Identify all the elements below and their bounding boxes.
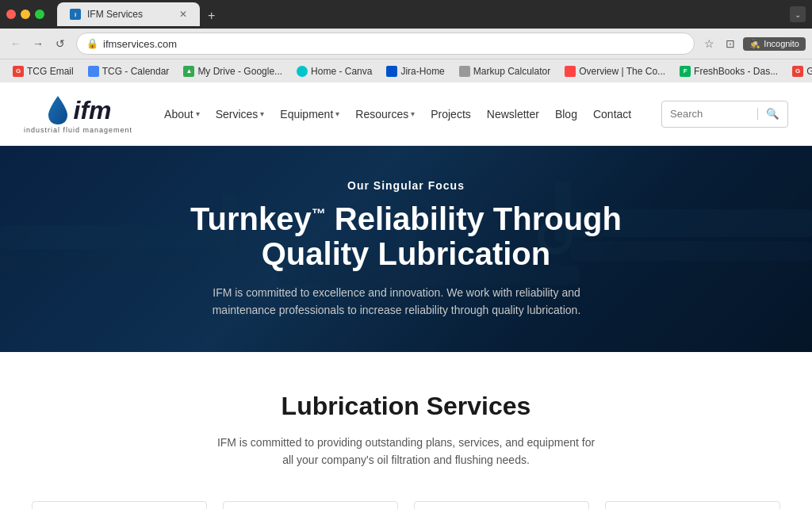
tab-bar: i IFM Services ✕ + xyxy=(51,2,783,26)
chevron-down-icon: ▾ xyxy=(411,109,415,118)
nav-contact-label: Contact xyxy=(593,108,631,121)
bookmark-tcg-email[interactable]: G TCG Email xyxy=(6,64,80,78)
bookmark-canva[interactable]: Home - Canva xyxy=(290,64,378,78)
url-text: ifmservices.com xyxy=(103,38,684,50)
hero-title-line2: Quality Lubrication xyxy=(262,236,550,271)
bookmark-label: TCG Email xyxy=(27,66,74,77)
search-button[interactable]: 🔍 xyxy=(757,108,787,120)
title-bar: i IFM Services ✕ + ⌄ xyxy=(0,0,812,29)
bookmark-favicon: G xyxy=(13,66,24,77)
hero-title-turnkey: Turnkey xyxy=(190,201,312,236)
tab-close-icon[interactable]: ✕ xyxy=(179,9,187,20)
bookmark-google-trends[interactable]: G Google Trends xyxy=(786,64,812,78)
nav-projects[interactable]: Projects xyxy=(431,108,471,121)
bookmark-favicon xyxy=(297,66,308,77)
bookmark-label: Overview | The Co... xyxy=(579,66,665,77)
nav-resources[interactable]: Resources ▾ xyxy=(355,108,415,121)
tab-menu-button[interactable]: ⌄ xyxy=(790,6,806,22)
new-tab-button[interactable]: + xyxy=(201,6,221,26)
nav-services[interactable]: Services ▾ xyxy=(216,108,265,121)
services-section: Lubrication Services IFM is committed to… xyxy=(0,352,812,509)
hero-subtitle: Our Singular Focus xyxy=(190,179,622,192)
bookmark-label: Google Trends xyxy=(806,66,812,77)
logo-image: ifm xyxy=(45,94,112,126)
bookmarks-bar: G TCG Email TCG - Calendar ▲ My Drive - … xyxy=(0,59,812,82)
bookmark-favicon xyxy=(459,66,470,77)
service-card-oil-flushing: High Velocity Oil Flushing IFM's range o… xyxy=(32,501,207,509)
hero-section: Our Singular Focus Turnkey™ Reliability … xyxy=(0,146,812,352)
back-button[interactable]: ← xyxy=(6,34,25,53)
tab-favicon: i xyxy=(70,9,81,20)
chevron-down-icon: ▾ xyxy=(260,109,264,118)
bookmark-tcg-calendar[interactable]: TCG - Calendar xyxy=(82,64,176,78)
bookmark-star-icon[interactable]: ☆ xyxy=(701,36,718,52)
bookmark-favicon: F xyxy=(680,66,691,77)
bookmark-favicon: ▲ xyxy=(183,66,194,77)
bookmark-overview[interactable]: Overview | The Co... xyxy=(558,64,672,78)
search-input[interactable] xyxy=(662,108,757,120)
bookmark-favicon xyxy=(386,66,397,77)
nav-buttons: ← → ↺ xyxy=(6,34,70,53)
website-content: ifm industrial fluid management About ▾ … xyxy=(0,82,812,509)
minimize-button[interactable] xyxy=(21,10,30,19)
section-description: IFM is committed to providing outstandin… xyxy=(216,434,596,469)
nav-about-label: About xyxy=(164,108,193,121)
chevron-down-icon: ▾ xyxy=(335,109,339,118)
bookmark-my-drive[interactable]: ▲ My Drive - Google... xyxy=(177,64,289,78)
bookmark-label: Jira-Home xyxy=(400,66,444,77)
section-title: Lubrication Services xyxy=(32,392,780,421)
search-icon: 🔍 xyxy=(766,108,779,120)
incognito-badge: 🕵 Incognito xyxy=(743,37,806,51)
bookmark-markup[interactable]: Markup Calculator xyxy=(453,64,557,78)
url-bar[interactable]: 🔒 ifmservices.com xyxy=(76,33,695,55)
browser-actions: ☆ ⊡ 🕵 Incognito xyxy=(701,36,806,52)
site-logo[interactable]: ifm industrial fluid management xyxy=(24,94,132,134)
nav-newsletter-label: Newsletter xyxy=(487,108,539,121)
bookmark-label: TCG - Calendar xyxy=(102,66,170,77)
service-card-lubrication-tech: Embedded Lubrication Technician IFM's te… xyxy=(223,501,398,509)
service-card-oil-filtration: Oil Filtration The experts at IFM work t… xyxy=(605,501,780,509)
bookmark-label: Markup Calculator xyxy=(473,66,550,77)
incognito-icon: 🕵 xyxy=(749,39,760,49)
logo-text: ifm xyxy=(74,98,112,123)
hero-title-part2: Reliability Through xyxy=(326,201,622,236)
tab-title: IFM Services xyxy=(87,9,173,20)
forward-button[interactable]: → xyxy=(29,34,48,53)
nav-projects-label: Projects xyxy=(431,108,471,121)
maximize-button[interactable] xyxy=(35,10,44,19)
nav-about[interactable]: About ▾ xyxy=(164,108,200,121)
bookmark-jira[interactable]: Jira-Home xyxy=(380,64,450,78)
nav-equipment-label: Equipment xyxy=(280,108,333,121)
nav-contact[interactable]: Contact xyxy=(593,108,631,121)
nav-equipment[interactable]: Equipment ▾ xyxy=(280,108,339,121)
hero-title: Turnkey™ Reliability Through Quality Lub… xyxy=(190,201,622,271)
browser-chrome: i IFM Services ✕ + ⌄ ← → ↺ 🔒 ifmservices… xyxy=(0,0,812,82)
hero-content: Our Singular Focus Turnkey™ Reliability … xyxy=(174,163,638,335)
logo-drop-icon xyxy=(45,94,71,126)
nav-items: About ▾ Services ▾ Equipment ▾ Resources… xyxy=(164,108,661,121)
nav-blog[interactable]: Blog xyxy=(555,108,577,121)
logo-sub-text: industrial fluid management xyxy=(24,126,132,134)
nav-newsletter[interactable]: Newsletter xyxy=(487,108,539,121)
bookmark-label: FreshBooks - Das... xyxy=(694,66,778,77)
bookmark-freshbooks[interactable]: F FreshBooks - Das... xyxy=(673,64,784,78)
search-box: 🔍 xyxy=(661,101,788,128)
refresh-button[interactable]: ↺ xyxy=(51,34,70,53)
hero-description: IFM is committed to excellence and innov… xyxy=(190,284,603,320)
bookmark-favicon: G xyxy=(792,66,803,77)
address-bar: ← → ↺ 🔒 ifmservices.com ☆ ⊡ 🕵 Incognito xyxy=(0,29,812,59)
close-button[interactable] xyxy=(6,10,16,19)
chevron-down-icon: ▾ xyxy=(196,109,200,118)
incognito-label: Incognito xyxy=(764,39,799,48)
active-tab[interactable]: i IFM Services ✕ xyxy=(57,2,200,26)
service-cards-grid: High Velocity Oil Flushing IFM's range o… xyxy=(32,501,780,509)
nav-services-label: Services xyxy=(216,108,259,121)
split-view-icon[interactable]: ⊡ xyxy=(722,36,738,52)
nav-resources-label: Resources xyxy=(355,108,408,121)
traffic-lights xyxy=(6,10,44,19)
nav-blog-label: Blog xyxy=(555,108,577,121)
bookmark-label: My Drive - Google... xyxy=(197,66,282,77)
secure-icon: 🔒 xyxy=(86,38,98,49)
bookmark-favicon xyxy=(565,66,576,77)
site-navigation: ifm industrial fluid management About ▾ … xyxy=(0,82,812,146)
